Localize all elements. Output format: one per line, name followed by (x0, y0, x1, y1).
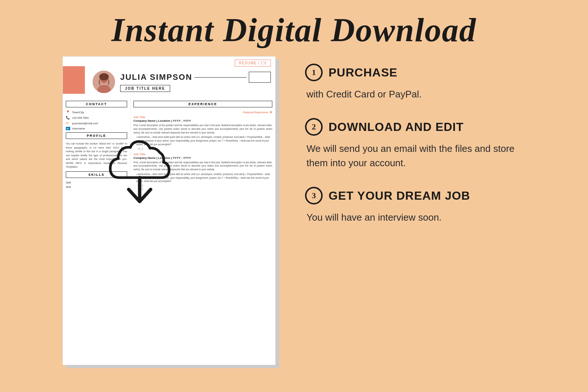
job1-desc: First, a brief description of the positi… (133, 124, 272, 134)
step-3-circle: 3 (305, 187, 323, 204)
accent-block (63, 66, 85, 94)
resume-preview: RESUME / CV (62, 56, 283, 365)
profile-text: You can include the section "about me" o… (66, 142, 127, 169)
job1-bullet: • Action/How – start each bullet point w… (133, 135, 272, 146)
step-2: 2 DOWNLOAD AND EDIT We will send you an … (305, 118, 526, 170)
job2-dots2: • (...) (133, 187, 272, 190)
email-icon: ✉ (66, 121, 70, 125)
contact-phone: 📞 123.456.7891 (66, 116, 127, 120)
step-2-circle: 2 (305, 118, 323, 136)
profile-photo (92, 70, 116, 94)
job-1: Job Title Company Name | Location | YYYY… (133, 115, 272, 150)
linkedin-icon: in (66, 127, 70, 130)
step-1: 1 PURCHASE with Credit Card or PayPal. (305, 64, 526, 101)
job2-dots1: • (...) (133, 184, 272, 186)
job2-title: Job Title (133, 153, 272, 156)
resume-job-title: JOB TITLE HERE (120, 85, 170, 92)
contact-linkedin: in /username (66, 127, 127, 130)
job2-desc: First, a brief description of the positi… (133, 161, 272, 171)
experience-section-header: EXPERIENCE (133, 101, 272, 107)
profile-section-header: PROFILE (66, 132, 127, 139)
job1-company: Company Name | Location | YYYY - YYYY (133, 119, 272, 122)
resume-name: JULIA SIMPSON (120, 72, 192, 82)
star-icon: ★ (269, 110, 272, 114)
contact-section-header: CONTACT (66, 101, 127, 107)
featured-experience: Featured Experience ★ (133, 110, 272, 114)
job1-dots: • (...) (133, 147, 272, 150)
step-1-desc: with Credit Card or PayPal. (305, 87, 526, 101)
svg-point-3 (99, 73, 109, 81)
location-icon: 📍 (66, 110, 70, 114)
phone-icon: 📞 (66, 116, 70, 120)
step-1-heading: PURCHASE (329, 66, 398, 79)
page-title: Instant Digital Download (0, 0, 588, 56)
cv-label: RESUME / CV (235, 60, 271, 67)
resume-page: RESUME / CV (62, 56, 276, 365)
job2-bullet: • Action/How – start each bullet point w… (133, 172, 272, 183)
step-2-heading: DOWNLOAD AND EDIT (329, 120, 464, 134)
step-3: 3 GET YOUR DREAM JOB You will have an in… (305, 187, 526, 225)
step-2-desc: We will send you an email with the files… (305, 142, 526, 170)
skill-1: Skill (66, 181, 127, 184)
job2-company: Company Name | Location | YYYY - YYYY (133, 156, 272, 160)
job-2: Job Title Company Name | Location | YYYY… (133, 153, 272, 190)
step-1-circle: 1 (305, 64, 323, 81)
info-panel: 1 PURCHASE with Credit Card or PayPal. 2… (305, 56, 526, 241)
skill-2: Skill (66, 185, 127, 189)
skills-section-header: SKILLS (66, 171, 127, 178)
job1-title: Job Title (133, 115, 272, 119)
contact-location: 📍 Town/City (66, 110, 127, 114)
contact-email: ✉ yourname@mail.com (66, 121, 127, 125)
step-3-heading: GET YOUR DREAM JOB (329, 189, 470, 203)
step-3-desc: You will have an interview soon. (305, 210, 526, 225)
